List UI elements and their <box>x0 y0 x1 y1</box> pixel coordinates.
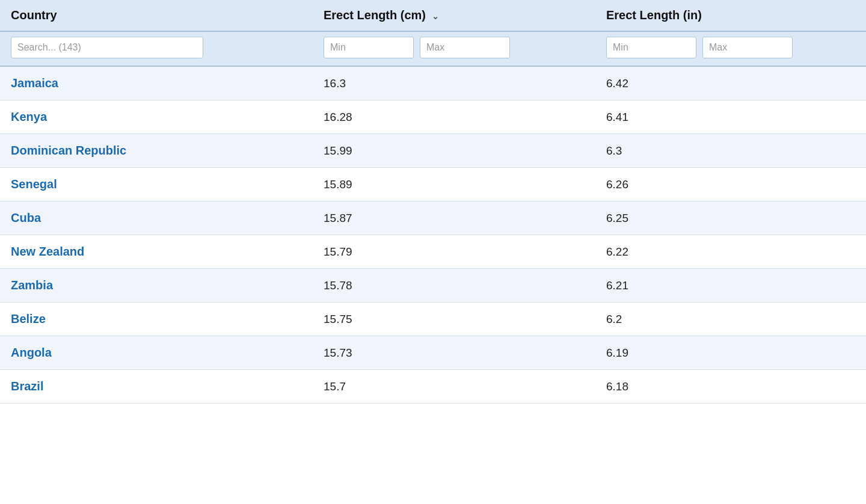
country-name-cell[interactable]: Belize <box>0 303 313 336</box>
erect-cm-cell: 15.78 <box>313 269 595 303</box>
cm-max-input[interactable] <box>420 37 510 58</box>
erect-cm-cell: 16.3 <box>313 66 595 100</box>
country-name-cell[interactable]: Dominican Republic <box>0 134 313 168</box>
erect-in-cell: 6.3 <box>595 134 866 168</box>
erect-cm-cell: 16.28 <box>313 100 595 134</box>
table-row: Dominican Republic15.996.3 <box>0 134 866 168</box>
in-filter-cell <box>595 31 866 66</box>
country-name-cell[interactable]: Cuba <box>0 201 313 235</box>
erect-cm-cell: 15.79 <box>313 235 595 269</box>
table-row: Brazil15.76.18 <box>0 370 866 404</box>
erect-in-cell: 6.18 <box>595 370 866 404</box>
country-name-cell[interactable]: New Zealand <box>0 235 313 269</box>
erect-cm-cell: 15.99 <box>313 134 595 168</box>
header-row: Country Erect Length (cm) ⌄ Erect Length… <box>0 0 866 31</box>
erect-in-header-label: Erect Length (in) <box>606 8 702 22</box>
country-name-cell[interactable]: Jamaica <box>0 66 313 100</box>
cm-min-input[interactable] <box>324 37 414 58</box>
erect-cm-cell: 15.87 <box>313 201 595 235</box>
country-name-cell[interactable]: Angola <box>0 336 313 370</box>
erect-cm-cell: 15.73 <box>313 336 595 370</box>
table-row: Angola15.736.19 <box>0 336 866 370</box>
country-search-input[interactable] <box>11 37 203 58</box>
country-header-label: Country <box>11 8 57 22</box>
in-min-input[interactable] <box>606 37 696 58</box>
erect-in-cell: 6.21 <box>595 269 866 303</box>
erect-in-cell: 6.26 <box>595 168 866 201</box>
country-name-cell[interactable]: Zambia <box>0 269 313 303</box>
cm-filter-cell <box>313 31 595 66</box>
erect-in-cell: 6.2 <box>595 303 866 336</box>
table-row: New Zealand15.796.22 <box>0 235 866 269</box>
erect-in-header: Erect Length (in) <box>595 0 866 31</box>
country-name-cell[interactable]: Brazil <box>0 370 313 404</box>
erect-cm-cell: 15.75 <box>313 303 595 336</box>
erect-in-cell: 6.25 <box>595 201 866 235</box>
data-table: Country Erect Length (cm) ⌄ Erect Length… <box>0 0 866 404</box>
cm-filter-inputs <box>324 37 585 58</box>
table-row: Kenya16.286.41 <box>0 100 866 134</box>
filter-row <box>0 31 866 66</box>
table-body: Jamaica16.36.42Kenya16.286.41Dominican R… <box>0 66 866 404</box>
table-row: Jamaica16.36.42 <box>0 66 866 100</box>
country-filter-cell <box>0 31 313 66</box>
erect-in-cell: 6.42 <box>595 66 866 100</box>
sort-icon: ⌄ <box>432 11 439 21</box>
country-header: Country <box>0 0 313 31</box>
erect-cm-header[interactable]: Erect Length (cm) ⌄ <box>313 0 595 31</box>
country-name-cell[interactable]: Kenya <box>0 100 313 134</box>
erect-cm-cell: 15.89 <box>313 168 595 201</box>
erect-in-cell: 6.41 <box>595 100 866 134</box>
erect-in-cell: 6.22 <box>595 235 866 269</box>
in-max-input[interactable] <box>702 37 793 58</box>
table-row: Senegal15.896.26 <box>0 168 866 201</box>
table-row: Belize15.756.2 <box>0 303 866 336</box>
table-row: Zambia15.786.21 <box>0 269 866 303</box>
table-row: Cuba15.876.25 <box>0 201 866 235</box>
in-filter-inputs <box>606 37 855 58</box>
erect-cm-cell: 15.7 <box>313 370 595 404</box>
erect-in-cell: 6.19 <box>595 336 866 370</box>
erect-cm-header-label: Erect Length (cm) <box>324 8 426 22</box>
country-name-cell[interactable]: Senegal <box>0 168 313 201</box>
